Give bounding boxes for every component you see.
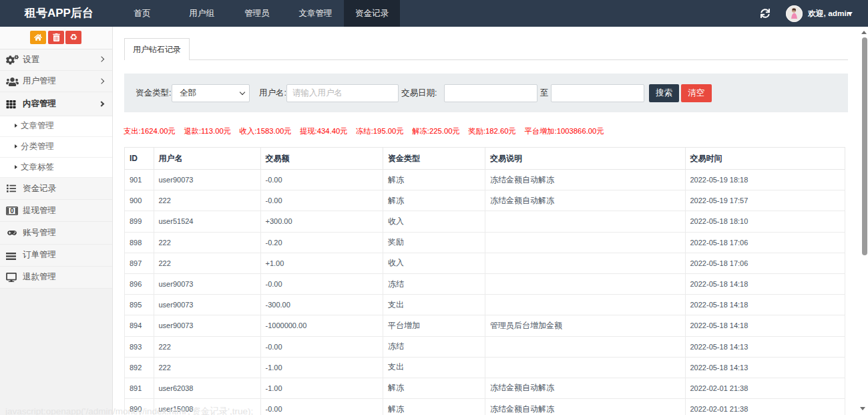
svg-text:0: 0 bbox=[10, 207, 14, 215]
